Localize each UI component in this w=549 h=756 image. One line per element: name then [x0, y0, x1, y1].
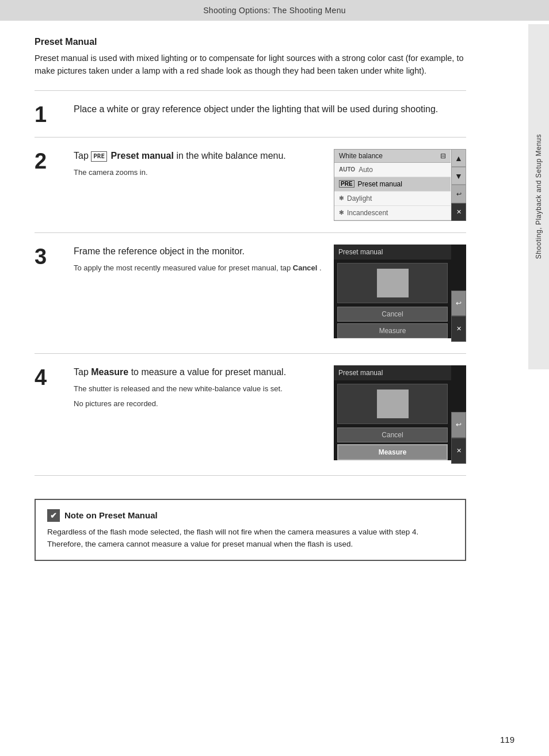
pm4-measure-btn[interactable]: Measure — [337, 444, 448, 460]
note-title: ✔ Note on Preset Manual — [47, 509, 453, 522]
step-2-prefix: Tap — [74, 151, 91, 161]
step-2: 2 Tap PRE Preset manual in the white bal… — [35, 138, 466, 233]
step-4-image: Preset manual Cancel Measure ↩ ✕ — [334, 365, 466, 464]
wb-item-auto[interactable]: AUTO Auto — [334, 163, 451, 177]
step-3-sub-suffix: . — [319, 264, 322, 272]
pm3-nav: ↩ ✕ — [451, 245, 466, 342]
pm4-nav: ↩ ✕ — [451, 365, 466, 464]
note-text: Regardless of the flash mode selected, t… — [47, 526, 453, 551]
section-intro: Preset manual is used with mixed lightin… — [35, 52, 466, 78]
step-4-sub1: The shutter is released and the new whit… — [74, 383, 322, 395]
preset-ui-4: Preset manual Cancel Measure — [334, 365, 466, 460]
note-icon: ✔ — [47, 509, 60, 522]
step-2-bold: Preset manual — [111, 151, 174, 161]
step-2-image: White balance ⊟ AUTO Auto PRE Preset man… — [334, 149, 466, 221]
wb-nav-down[interactable]: ▼ — [451, 167, 466, 185]
wb-preset-label: Preset manual — [358, 180, 402, 188]
incandescent-icon: ✻ — [339, 209, 344, 216]
preset-ui-3: Preset manual Cancel Measure — [334, 245, 466, 338]
wb-item-preset[interactable]: PRE Preset manual — [334, 177, 451, 192]
note-section: ✔ Note on Preset Manual Regardless of th… — [35, 499, 466, 561]
wb-incandescent-label: Incandescent — [347, 209, 388, 217]
step-3-image: Preset manual Cancel Measure ↩ ✕ — [334, 245, 466, 342]
pm4-title: Preset manual — [334, 365, 451, 380]
step-1: 1 Place a white or gray reference object… — [35, 91, 466, 138]
daylight-icon: ✻ — [339, 195, 344, 201]
wb-menu: White balance ⊟ AUTO Auto PRE Preset man… — [334, 149, 466, 221]
step-3-main: Frame the reference object in the monito… — [74, 246, 245, 256]
step-2-number: 2 — [35, 149, 60, 221]
pm3-cancel-btn[interactable]: Cancel — [337, 307, 448, 322]
pm4-cancel-btn[interactable]: Cancel — [337, 427, 448, 442]
note-title-text: Note on Preset Manual — [64, 510, 158, 520]
step-2-body: Tap PRE Preset manual in the white balan… — [74, 149, 466, 221]
wb-auto-label: Auto — [359, 166, 373, 174]
auto-icon: AUTO — [339, 166, 355, 173]
step-4-suffix: to measure a value for preset manual. — [131, 367, 286, 377]
step-2-suffix: in the white balance menu. — [176, 151, 285, 161]
pm3-measure-btn[interactable]: Measure — [337, 323, 448, 338]
pm4-undo-btn[interactable]: ↩ — [451, 412, 466, 438]
wb-nav-close[interactable]: ✕ — [451, 203, 466, 221]
step-3-text: Frame the reference object in the monito… — [74, 245, 322, 274]
step-3-sub-bold: Cancel — [293, 264, 318, 272]
right-sidebar: Shooting, Playback and Setup Menus — [528, 24, 549, 369]
wb-nav: ▲ ▼ ↩ ✕ — [451, 149, 466, 221]
step-3-sub-prefix: To apply the most recently measured valu… — [74, 264, 293, 272]
pre-menu-icon: PRE — [339, 180, 354, 188]
step-2-text: Tap PRE Preset manual in the white balan… — [74, 149, 322, 178]
pm3-preview-inner — [377, 269, 409, 297]
page-number: 119 — [500, 735, 514, 744]
main-content: Preset Manual Preset manual is used with… — [0, 21, 501, 578]
step-4: 4 Tap Measure to measure a value for pre… — [35, 354, 466, 476]
wb-title-icon: ⊟ — [440, 152, 446, 160]
wb-daylight-label: Daylight — [347, 194, 372, 203]
pre-icon: PRE — [91, 151, 107, 162]
step-1-content: Place a white or gray reference object u… — [74, 102, 466, 125]
step-4-text: Tap Measure to measure a value for prese… — [74, 365, 322, 409]
step-3-body: Frame the reference object in the monito… — [74, 245, 466, 342]
step-4-body: Tap Measure to measure a value for prese… — [74, 365, 466, 464]
wb-title-label: White balance — [339, 152, 383, 160]
pm3-preview — [337, 263, 448, 303]
step-3-sub-text: To apply the most recently measured valu… — [74, 262, 322, 274]
page-header: Shooting Options: The Shooting Menu — [0, 0, 549, 21]
pm3-title: Preset manual — [334, 245, 451, 259]
step-4-prefix: Tap — [74, 367, 91, 377]
sidebar-label: Shooting, Playback and Setup Menus — [535, 134, 543, 259]
step-3: 3 Frame the reference object in the moni… — [35, 233, 466, 354]
wb-nav-undo[interactable]: ↩ — [451, 185, 466, 203]
step-3-number: 3 — [35, 245, 60, 342]
wb-item-incandescent[interactable]: ✻ Incandescent — [334, 206, 451, 220]
step-2-sub-text: The camera zooms in. — [74, 167, 322, 178]
wb-nav-up[interactable]: ▲ — [451, 149, 466, 167]
pm4-close-btn[interactable]: ✕ — [451, 438, 466, 464]
wb-item-daylight[interactable]: ✻ Daylight — [334, 192, 451, 206]
section-title: Preset Manual — [35, 37, 466, 47]
step-4-sub2: No pictures are recorded. — [74, 398, 322, 410]
step-1-number: 1 — [35, 102, 60, 125]
step-4-number: 4 — [35, 365, 60, 464]
step-3-main-text: Frame the reference object in the monito… — [74, 245, 322, 258]
steps-container: 1 Place a white or gray reference object… — [35, 90, 466, 476]
step-1-main-text: Place a white or gray reference object u… — [74, 102, 466, 116]
header-title: Shooting Options: The Shooting Menu — [203, 6, 346, 15]
step-4-bold: Measure — [91, 367, 128, 377]
wb-menu-title: White balance ⊟ — [334, 150, 451, 163]
pm3-close-btn[interactable]: ✕ — [451, 316, 466, 342]
step-2-main-text: Tap PRE Preset manual in the white balan… — [74, 149, 322, 162]
pm4-preview-inner — [377, 390, 409, 418]
pm3-undo-btn[interactable]: ↩ — [451, 291, 466, 316]
pm4-preview — [337, 384, 448, 424]
step-4-main-text: Tap Measure to measure a value for prese… — [74, 365, 322, 379]
